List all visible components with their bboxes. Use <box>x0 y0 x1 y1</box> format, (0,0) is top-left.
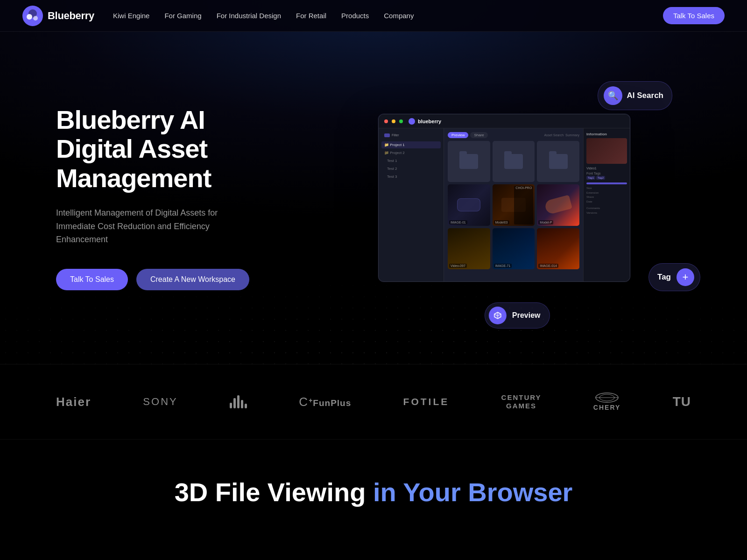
grid-cell-modelp[interactable]: Model-P <box>537 184 579 225</box>
info-thumbnail <box>586 138 627 164</box>
logo-chery: CHERY <box>593 392 621 411</box>
logos-section: Haier SONY C+FunPlus FOTILE CENTURYGAMES… <box>0 364 747 439</box>
svg-point-2 <box>27 14 32 20</box>
nav-link-products[interactable]: Products <box>341 12 369 20</box>
nav-link-kiwi-engine[interactable]: Kiwi Engine <box>113 12 149 20</box>
nav-links: Kiwi Engine For Gaming For Industrial De… <box>113 12 414 20</box>
logo-text: Blueberry <box>48 10 94 22</box>
hero-content: Blueberry AI Digital Asset Management In… <box>56 105 280 291</box>
bottom-title-normal: 3D File Viewing <box>175 477 366 507</box>
sidebar-test3[interactable]: Test 3 <box>381 173 441 180</box>
hero-subtitle: Intelligent Management of Digital Assets… <box>56 206 252 246</box>
navbar: Blueberry Kiwi Engine For Gaming For Ind… <box>0 0 747 32</box>
hero-cta-sales-button[interactable]: Talk To Sales <box>56 269 128 290</box>
sidebar-test2[interactable]: Test 2 <box>381 165 441 172</box>
nav-link-for-retail[interactable]: For Retail <box>296 12 326 20</box>
grid-cell-folder2[interactable] <box>493 141 535 182</box>
mockup-logo-text: blueberry <box>418 119 441 124</box>
mockup-logo-area: blueberry <box>407 118 624 125</box>
logo-tu: TU <box>673 394 691 409</box>
logo-sony: SONY <box>143 396 177 408</box>
logo-equalizer <box>230 395 247 408</box>
logo-fotile: FOTILE <box>403 396 450 407</box>
logo-century-games: CENTURYGAMES <box>501 393 542 410</box>
ai-search-label: AI Search <box>627 91 663 100</box>
mockup-topbar: blueberry <box>379 114 630 128</box>
logo-haier: Haier <box>56 395 91 409</box>
sidebar-test1[interactable]: Test 1 <box>381 157 441 164</box>
sidebar-project2[interactable]: 📁 Project 2 <box>381 149 441 156</box>
nav-link-for-gaming[interactable]: For Gaming <box>164 12 201 20</box>
nav-link-company[interactable]: Company <box>384 12 414 20</box>
bottom-title: 3D File Viewing in Your Browser <box>56 477 691 507</box>
logo-funplus: C+FunPlus <box>299 395 351 409</box>
svg-point-3 <box>33 16 38 21</box>
toolbar-preview-btn[interactable]: Preview <box>448 132 468 138</box>
hero-section: Blueberry AI Digital Asset Management In… <box>0 0 747 364</box>
hero-buttons: Talk To Sales Create A New Workspace <box>56 269 280 290</box>
hero-title: Blueberry AI Digital Asset Management <box>56 105 280 193</box>
grid-cell-folder3[interactable] <box>537 141 579 182</box>
mockup-toolbar: Preview Share Asset Search Summary <box>448 132 579 138</box>
logos-strip: Haier SONY C+FunPlus FOTILE CENTURYGAMES… <box>56 392 691 411</box>
logo[interactable]: Blueberry <box>22 6 94 26</box>
grid-cell-folder1[interactable] <box>448 141 490 182</box>
nav-cta-button[interactable]: Talk To Sales <box>663 7 725 24</box>
bottom-title-highlight2: in Your Browser <box>373 477 572 507</box>
grid-cell-model03[interactable]: CHOI-PRO Model03 <box>493 184 535 225</box>
sidebar-project1[interactable]: 📁 Project 1 <box>381 141 441 148</box>
toolbar-share-btn[interactable]: Share <box>470 132 487 138</box>
bottom-section: 3D File Viewing in Your Browser <box>0 439 747 535</box>
hero-cta-workspace-button[interactable]: Create A New Workspace <box>136 269 249 290</box>
nav-link-for-industrial-design[interactable]: For Industrial Design <box>217 12 281 20</box>
search-icon: 🔍 <box>604 86 622 105</box>
grid-cell-image01[interactable]: IMAGE-01 <box>448 184 490 225</box>
ai-search-badge: 🔍 AI Search <box>598 81 672 110</box>
